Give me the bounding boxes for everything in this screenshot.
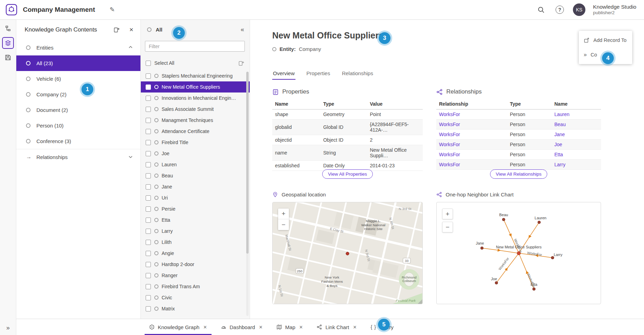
node-jane[interactable] bbox=[481, 247, 483, 249]
tab-relationships[interactable]: Relationships bbox=[341, 68, 374, 80]
entity-link[interactable]: Joe bbox=[552, 140, 601, 150]
relationship-link[interactable]: WorksFor bbox=[436, 120, 507, 130]
chevron-down-icon[interactable] bbox=[128, 154, 133, 160]
close-icon[interactable]: ✕ bbox=[259, 325, 263, 330]
bottom-tab-link-chart[interactable]: Link Chart ✕ bbox=[312, 319, 361, 335]
scrollbar-track[interactable] bbox=[246, 72, 249, 316]
list-item[interactable]: Larry bbox=[141, 226, 250, 237]
list-item[interactable]: Firebird Trans Am bbox=[141, 281, 250, 292]
add-record-icon[interactable] bbox=[238, 60, 244, 66]
map-marker[interactable] bbox=[346, 252, 349, 255]
zoom-in-button[interactable]: + bbox=[442, 209, 453, 219]
entity-filter-all[interactable]: All (23) bbox=[16, 55, 140, 71]
bottom-tab-knowledge-graph[interactable]: Knowledge Graph ✕ bbox=[145, 319, 212, 335]
menu-item-add-record-to[interactable]: Add Record To bbox=[579, 33, 632, 47]
list-item[interactable]: Managment Techniques bbox=[141, 115, 250, 126]
item-checkbox[interactable] bbox=[146, 273, 151, 278]
item-checkbox[interactable] bbox=[146, 262, 151, 267]
item-checkbox[interactable] bbox=[146, 284, 151, 289]
item-checkbox[interactable] bbox=[146, 118, 151, 123]
list-item[interactable]: Matrix bbox=[141, 303, 250, 314]
list-item[interactable]: Innovations in Mechanical Engin… bbox=[141, 92, 250, 104]
list-item[interactable]: Etta bbox=[141, 214, 250, 226]
entity-filter-conference[interactable]: Conference (3) bbox=[16, 133, 140, 149]
relationship-link[interactable]: WorksFor bbox=[436, 160, 507, 170]
relationship-link[interactable]: WorksFor bbox=[436, 109, 507, 120]
close-icon[interactable]: ✕ bbox=[299, 325, 303, 330]
item-checkbox[interactable] bbox=[146, 73, 151, 79]
relationship-link[interactable]: WorksFor bbox=[436, 130, 507, 140]
contents-button[interactable] bbox=[2, 37, 14, 49]
zoom-out-button[interactable]: − bbox=[442, 222, 453, 232]
item-checkbox[interactable] bbox=[146, 162, 151, 167]
list-item[interactable]: Joe bbox=[141, 148, 250, 159]
node-center[interactable] bbox=[517, 252, 521, 255]
relationships-section-header[interactable]: → Relationships bbox=[16, 149, 140, 165]
entity-filter-document[interactable]: Document (2) bbox=[16, 102, 140, 118]
data-model-button[interactable] bbox=[2, 23, 14, 34]
relationship-link[interactable]: WorksFor bbox=[436, 140, 507, 150]
item-checkbox[interactable] bbox=[146, 96, 151, 101]
help-button[interactable]: ? bbox=[554, 4, 565, 15]
scrollbar-thumb[interactable] bbox=[246, 72, 249, 254]
list-item[interactable]: Sales Associate Summit bbox=[141, 104, 250, 115]
map-widget[interactable]: N 3rd St N 4th St N 3rd St E Clay St Mar… bbox=[272, 202, 423, 304]
node-beau[interactable] bbox=[502, 218, 505, 221]
filter-input[interactable] bbox=[145, 41, 245, 52]
item-checkbox[interactable] bbox=[146, 85, 151, 90]
list-item[interactable]: Lauren bbox=[141, 159, 250, 170]
select-all-checkbox[interactable] bbox=[146, 61, 151, 66]
entity-filter-vehicle[interactable]: Vehicle (6) bbox=[16, 71, 140, 87]
item-checkbox[interactable] bbox=[146, 140, 151, 145]
close-panel-button[interactable]: ✕ bbox=[129, 27, 134, 33]
link-chart-canvas[interactable]: WorksFor WorksFor WorksFor WorksFor Beau… bbox=[437, 202, 601, 304]
item-checkbox[interactable] bbox=[146, 151, 151, 156]
edit-title-button[interactable]: ✎ bbox=[110, 6, 115, 14]
node-lauren[interactable] bbox=[538, 221, 541, 224]
entity-link[interactable]: Beau bbox=[552, 120, 601, 130]
tab-properties[interactable]: Properties bbox=[306, 68, 331, 80]
list-item[interactable]: Firebird Title bbox=[141, 137, 250, 148]
item-checkbox[interactable] bbox=[146, 129, 151, 134]
list-item[interactable]: Lilith bbox=[141, 237, 250, 248]
bottom-tab-map[interactable]: Map ✕ bbox=[272, 319, 307, 335]
close-icon[interactable]: ✕ bbox=[353, 325, 357, 330]
link-chart-widget[interactable]: WorksFor WorksFor WorksFor WorksFor Beau… bbox=[436, 202, 601, 304]
item-checkbox[interactable] bbox=[146, 107, 151, 112]
view-all-relationships-button[interactable]: View All Relationships bbox=[490, 169, 548, 179]
collapse-panel-button[interactable]: « bbox=[241, 26, 244, 33]
close-icon[interactable]: ✕ bbox=[203, 325, 207, 330]
item-checkbox[interactable] bbox=[146, 218, 151, 223]
item-checkbox[interactable] bbox=[146, 306, 151, 311]
list-item[interactable]: Civic bbox=[141, 292, 250, 303]
entity-filter-person[interactable]: Person (10) bbox=[16, 118, 140, 133]
item-checkbox[interactable] bbox=[146, 173, 151, 178]
list-item[interactable]: Attendance Certificate bbox=[141, 126, 250, 137]
node-etta[interactable] bbox=[533, 288, 535, 290]
list-item-selected[interactable]: New Metal Office Suppliers bbox=[141, 81, 250, 92]
list-item[interactable]: Hardtop 2-door bbox=[141, 259, 250, 270]
tab-overview[interactable]: Overview bbox=[272, 68, 295, 80]
bottom-tab-dashboard[interactable]: Dashboard ✕ bbox=[216, 319, 267, 335]
list-item[interactable]: Ranger bbox=[141, 270, 250, 281]
node-joe[interactable] bbox=[495, 281, 498, 284]
save-button[interactable] bbox=[2, 52, 14, 63]
entity-link[interactable]: Larry bbox=[552, 160, 601, 170]
list-item[interactable]: Beau bbox=[141, 170, 250, 181]
item-checkbox[interactable] bbox=[146, 229, 151, 234]
list-item[interactable]: Persie bbox=[141, 203, 250, 214]
node-larry[interactable] bbox=[551, 256, 554, 259]
entity-link[interactable]: Jane bbox=[552, 130, 601, 140]
entity-link[interactable]: Etta bbox=[552, 150, 601, 160]
item-checkbox[interactable] bbox=[146, 251, 151, 256]
item-checkbox[interactable] bbox=[146, 295, 151, 300]
chevron-up-icon[interactable] bbox=[128, 45, 133, 51]
list-item[interactable]: Staplers Mechanical Engineering bbox=[141, 70, 250, 81]
entity-link[interactable]: Lauren bbox=[552, 109, 601, 120]
map-canvas[interactable]: N 3rd St N 4th St N 3rd St E Clay St Mar… bbox=[273, 202, 422, 304]
zoom-in-button[interactable]: + bbox=[278, 209, 289, 219]
zoom-out-button[interactable]: − bbox=[278, 219, 289, 230]
item-checkbox[interactable] bbox=[146, 206, 151, 212]
select-all-row[interactable]: Select All bbox=[141, 57, 250, 69]
avatar[interactable]: KS bbox=[573, 3, 585, 16]
